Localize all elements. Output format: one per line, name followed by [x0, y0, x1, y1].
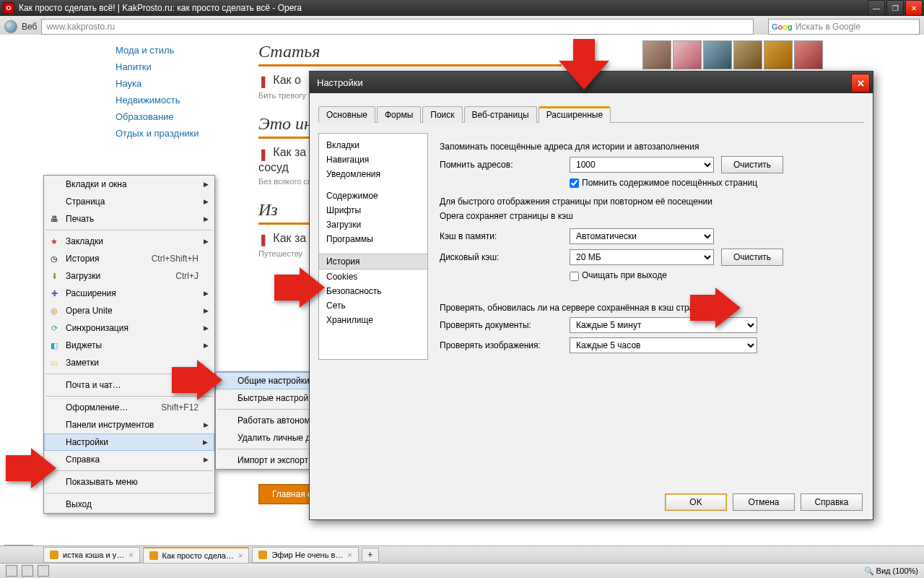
category-link[interactable]: Наука — [116, 75, 245, 92]
advanced-category-item[interactable]: Cookies — [319, 269, 427, 284]
ok-button[interactable]: OK — [665, 493, 727, 511]
menu-item[interactable]: ◷ИсторияCtrl+Shift+H — [44, 250, 214, 267]
advanced-category-item[interactable]: Программы — [319, 232, 427, 246]
menu-item-label: Панели инструментов — [66, 420, 154, 430]
menu-item-label: Импорт и экспорт — [237, 455, 308, 465]
panel-toggle-icon[interactable] — [6, 565, 17, 577]
dialog-tabstrip: ОсновныеФормыПоискВеб-страницыРасширенны… — [318, 102, 864, 123]
dialog-tab[interactable]: Поиск — [422, 106, 462, 123]
advanced-category-item[interactable]: Безопасность — [319, 284, 427, 298]
window-minimize-button[interactable]: — — [868, 0, 885, 16]
disk-cache-label: Дисковый кэш: — [440, 252, 562, 262]
menu-item-icon: ✚ — [48, 288, 60, 299]
menu-item[interactable]: ⟳Синхронизация▶ — [44, 319, 214, 337]
article-link[interactable]: Как за — [273, 146, 306, 158]
menu-item[interactable]: ✚Расширения▶ — [44, 285, 214, 302]
zoom-indicator[interactable]: 🔍 Вид (100%) — [864, 566, 918, 576]
menu-item-label: Показывать меню — [66, 477, 138, 487]
remember-content-checkbox[interactable]: Помнить содержимое посещённых страниц — [570, 178, 757, 188]
cancel-button[interactable]: Отмена — [733, 493, 795, 511]
bullet-icon: ❚ — [258, 148, 268, 160]
window-title: Как просто сделать всё! | KakProsto.ru: … — [19, 3, 302, 13]
avatar[interactable] — [733, 40, 762, 69]
tab-close-icon[interactable]: × — [128, 551, 133, 559]
advanced-category-item[interactable]: Хранилище — [319, 313, 427, 327]
advanced-category-item[interactable]: Вкладки — [319, 138, 427, 152]
advanced-category-item[interactable]: Сеть — [319, 298, 427, 313]
menu-item[interactable]: Оформление…Shift+F12 — [44, 399, 214, 416]
menu-item-label: Загрузки — [66, 271, 100, 281]
document-tab[interactable]: Эфир Не очень в…× — [252, 547, 358, 563]
article-link[interactable]: Как за — [273, 232, 306, 244]
check-imgs-select[interactable]: Каждые 5 часов — [570, 337, 757, 353]
avatar[interactable] — [703, 40, 732, 69]
menu-item[interactable]: Выход — [44, 496, 214, 513]
avatar[interactable] — [764, 40, 793, 69]
category-link[interactable]: Отдых и праздники — [116, 125, 245, 142]
dialog-tab[interactable]: Расширенные — [539, 106, 611, 123]
tab-close-icon[interactable]: × — [238, 551, 243, 560]
menu-separator — [45, 470, 213, 471]
new-tab-button[interactable]: + — [362, 548, 379, 562]
category-link[interactable]: Недвижимость — [116, 92, 245, 108]
window-maximize-button[interactable]: ❐ — [886, 0, 904, 16]
help-button[interactable]: Справка — [801, 493, 863, 511]
menu-item-icon: ◧ — [48, 340, 60, 351]
category-link[interactable]: Мода и стиль — [116, 42, 245, 59]
category-link[interactable]: Напитки — [116, 59, 245, 75]
article-link[interactable]: Как о — [273, 74, 301, 86]
clear-addresses-button[interactable]: Очистить — [721, 156, 783, 173]
menu-item-icon: ◷ — [48, 253, 60, 264]
browser-search-input[interactable]: Goog Искать в Google — [768, 19, 920, 35]
clear-on-exit-checkbox[interactable]: Очищать при выходе — [570, 270, 667, 280]
menu-item[interactable]: ▭Заметки — [44, 354, 214, 371]
check-docs-select[interactable]: Каждые 5 минут — [570, 317, 757, 333]
advanced-category-item[interactable]: История — [319, 254, 427, 269]
menu-item[interactable]: ◎Opera Unite▶ — [44, 302, 214, 319]
remember-addresses-select[interactable]: 1000 — [570, 157, 714, 173]
menu-item[interactable]: Панели инструментов▶ — [44, 416, 214, 434]
menu-item[interactable]: ◧Виджеты▶ — [44, 337, 214, 354]
mem-cache-select[interactable]: Автоматически — [570, 228, 714, 244]
avatar[interactable] — [642, 40, 671, 69]
menu-item-label: Быстрые настройки — [237, 393, 317, 403]
window-close-button[interactable]: ✕ — [905, 0, 923, 16]
sync-status-icon[interactable] — [22, 565, 33, 577]
menu-shortcut: Ctrl+Shift+H — [152, 254, 199, 264]
avatar[interactable] — [794, 40, 823, 69]
dialog-close-button[interactable]: ✕ — [851, 74, 870, 92]
clear-disk-cache-button[interactable]: Очистить — [721, 249, 783, 266]
menu-item[interactable]: Настройки▶ — [44, 434, 214, 451]
disk-cache-select[interactable]: 20 МБ — [570, 249, 714, 265]
menu-item[interactable]: Показывать меню — [44, 473, 214, 491]
history-settings-panel: Запоминать посещённые адреса для истории… — [440, 133, 864, 360]
advanced-category-item[interactable]: Загрузки — [319, 217, 427, 232]
menu-item[interactable]: Страница▶ — [44, 193, 214, 210]
advanced-category-item[interactable]: Уведомления — [319, 167, 427, 181]
menu-item[interactable]: ★Закладки▶ — [44, 233, 214, 250]
advanced-category-item[interactable]: Шрифты — [319, 203, 427, 217]
menu-item-label: Оформление… — [66, 402, 128, 413]
menu-item-label: Заметки — [66, 358, 99, 368]
dialog-tab[interactable]: Формы — [377, 106, 421, 123]
address-input[interactable]: www.kakprosto.ru — [41, 19, 754, 35]
menu-item[interactable]: Вкладки и окна▶ — [44, 176, 214, 193]
category-link[interactable]: Образование — [116, 108, 245, 125]
bullet-icon: ❚ — [258, 75, 268, 87]
menu-item[interactable]: Почта и чат… — [44, 376, 214, 394]
advanced-category-item[interactable]: Навигация — [319, 152, 427, 167]
menu-item[interactable]: ⬇ЗагрузкиCtrl+J — [44, 267, 214, 285]
advanced-category-item[interactable]: Содержимое — [319, 189, 427, 203]
menu-item[interactable]: Справка▶ — [44, 451, 214, 468]
dialog-titlebar: Настройки ✕ — [310, 72, 873, 93]
dialog-tab[interactable]: Основные — [318, 106, 375, 123]
avatar[interactable] — [673, 40, 702, 69]
document-tab[interactable]: Как просто сдела…× — [143, 547, 250, 564]
dialog-tab[interactable]: Веб-страницы — [464, 106, 537, 123]
unite-status-icon[interactable] — [38, 565, 49, 577]
google-icon: Goog — [772, 22, 793, 31]
tab-close-icon[interactable]: × — [347, 551, 352, 559]
menu-item[interactable]: 🖶Печать▶ — [44, 210, 214, 228]
document-tab[interactable]: истка кэша и у…× — [43, 547, 140, 563]
document-tab-label: Как просто сдела… — [162, 551, 234, 560]
